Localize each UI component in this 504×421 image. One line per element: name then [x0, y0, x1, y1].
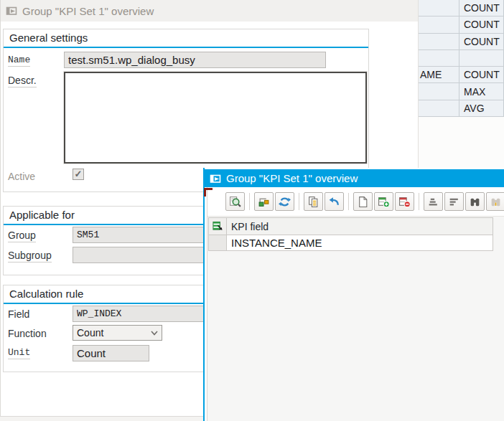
toolbar-separator [348, 193, 349, 210]
function-dropdown-value: Count [77, 327, 103, 339]
toolbar-separator [299, 193, 299, 210]
delete-row-button[interactable] [395, 192, 414, 211]
dialog-titlebar[interactable]: Group "KPI Set 1" overview [203, 169, 504, 187]
create-icon [357, 196, 369, 208]
find-button[interactable] [465, 192, 485, 211]
table-row: COUNT [419, 34, 504, 50]
choose-icon [258, 196, 270, 208]
table-row: AVG [419, 100, 504, 117]
dialog-titlebar[interactable]: Group "KPI Set 1" overview [1, 0, 418, 22]
table-cell[interactable]: MAX [459, 83, 504, 100]
chevron-down-icon [150, 328, 159, 337]
table-row: INSTANCE_NAME [208, 235, 493, 251]
kpi-field-cell[interactable]: INSTANCE_NAME [226, 235, 493, 251]
dialog-window-icon [6, 5, 17, 16]
section-title: General settings [9, 32, 88, 44]
table-cell[interactable] [419, 0, 459, 16]
table-header-row: KPI field [208, 217, 493, 235]
table-cell[interactable] [419, 100, 459, 117]
table-cell[interactable] [419, 83, 459, 100]
table-cell[interactable] [419, 34, 459, 50]
toolbar-separator [419, 193, 419, 210]
kpi-field-table: KPI field INSTANCE_NAME [208, 217, 493, 251]
table-cell[interactable]: COUNT [459, 34, 504, 50]
row-selector[interactable] [208, 235, 227, 251]
section-title: Applicable for [9, 209, 75, 221]
create-button[interactable] [353, 192, 373, 211]
table-row: COUNT [419, 0, 504, 16]
table-cell[interactable]: COUNT [459, 67, 504, 83]
descr-field[interactable] [64, 72, 367, 164]
column-header-kpi-field[interactable]: KPI field [226, 217, 493, 235]
copy-button[interactable] [304, 192, 323, 211]
table-row: MAX [419, 83, 504, 100]
unit-label: Unit [8, 347, 30, 359]
table-cell[interactable] [419, 50, 459, 67]
desktop-strip [0, 417, 203, 421]
find-next-button[interactable] [486, 192, 504, 211]
dialog-title: Group "KPI Set 1" overview [226, 172, 358, 184]
copy-icon [307, 196, 319, 208]
table-cell[interactable]: COUNT [459, 16, 504, 33]
background-results-table: COUNT COUNT COUNT AME COUNT MAX AVG [419, 0, 504, 117]
screen: COUNT COUNT COUNT AME COUNT MAX AVG [0, 0, 504, 421]
select-all-icon [213, 221, 223, 232]
dialog-title: Group "KPI Set 1" overview [22, 5, 154, 17]
insert-row-icon [378, 196, 390, 208]
active-label: Active [8, 171, 35, 182]
table-cell[interactable] [419, 16, 459, 33]
table-row: COUNT [419, 16, 504, 33]
unit-field[interactable] [73, 345, 149, 361]
table-cell[interactable]: AME [419, 67, 459, 83]
function-dropdown[interactable]: Count [73, 325, 162, 341]
details-button[interactable] [225, 192, 245, 211]
table-row: AME COUNT [419, 67, 504, 83]
find-icon [469, 196, 481, 208]
focus-corner-marker [204, 188, 213, 197]
undo-icon [328, 196, 340, 208]
dialog-border [203, 168, 205, 421]
dialog-content: KPI field INSTANCE_NAME [207, 187, 504, 421]
active-checkbox[interactable]: ✓ [73, 169, 84, 180]
section-title: Calculation rule [9, 288, 83, 300]
find-next-icon [490, 196, 502, 208]
toolbar-separator [249, 193, 250, 210]
field-label: Field [8, 308, 29, 320]
table-cell[interactable]: COUNT [459, 0, 504, 16]
table-cell[interactable]: AVG [459, 100, 504, 117]
table-cell[interactable] [459, 50, 504, 67]
sort-descending-button[interactable] [444, 192, 464, 211]
dialog-window-icon [210, 173, 221, 184]
toolbar [207, 187, 504, 217]
descr-label: Descr. [8, 75, 37, 87]
group-label: Group [8, 230, 36, 242]
refresh-button[interactable] [275, 192, 294, 211]
details-icon [229, 196, 241, 208]
insert-row-button[interactable] [374, 192, 393, 211]
refresh-icon [279, 196, 291, 208]
subgroup-label: Subgroup [8, 250, 52, 262]
delete-row-icon [398, 196, 411, 208]
table-row [419, 50, 504, 67]
name-field[interactable] [64, 52, 326, 68]
dialog-kpi-overview-active: Group "KPI Set 1" overview [203, 168, 504, 421]
select-all-button[interactable] [208, 217, 227, 235]
sort-descending-icon [448, 196, 460, 208]
section-rule [4, 47, 368, 48]
sort-ascending-icon [427, 196, 439, 208]
sort-ascending-button[interactable] [424, 192, 443, 211]
name-label: Name [8, 55, 30, 67]
choose-button[interactable] [254, 192, 274, 211]
undo-button[interactable] [325, 192, 344, 211]
function-label: Function [8, 328, 47, 339]
